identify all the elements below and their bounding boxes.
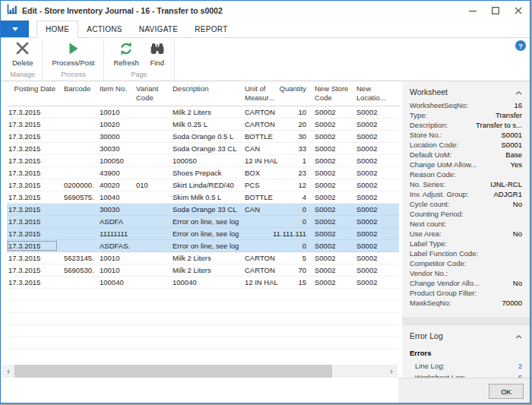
cell-quantity[interactable]: 15 xyxy=(278,277,309,288)
cell-barcode[interactable] xyxy=(58,167,93,179)
cell-posting_date[interactable]: 17.3.2015 xyxy=(7,252,58,264)
cell-quantity[interactable]: 0 xyxy=(278,216,309,227)
cell-variant_code[interactable] xyxy=(130,119,166,130)
tab-actions[interactable]: ACTIONS xyxy=(78,21,131,37)
cell-posting_date[interactable]: 17.3.2015 xyxy=(7,143,58,154)
cell-variant_code[interactable] xyxy=(130,228,166,239)
cell-uom[interactable]: CARTON xyxy=(239,264,278,276)
cell-item_no[interactable]: 10010 xyxy=(93,252,130,264)
cell-uom[interactable]: CARTON xyxy=(239,119,278,130)
cell-variant_code[interactable] xyxy=(130,277,166,288)
cell-description[interactable]: Milk 2 Liters xyxy=(166,252,239,264)
process-post-button[interactable]: Process/Post xyxy=(46,39,100,69)
cell-description[interactable]: Shoes Prepack xyxy=(166,167,239,179)
chevron-up-icon[interactable] xyxy=(515,331,522,340)
cell-description[interactable]: Soda Orange 0.5 L xyxy=(166,131,239,142)
cell-barcode[interactable] xyxy=(58,216,93,227)
cell-quantity[interactable]: 10 xyxy=(278,106,309,118)
table-row[interactable]: 17.3.201510020Milk 0.25 LCARTON20S0002S0… xyxy=(7,119,399,131)
cell-uom[interactable]: 12 IN HALF xyxy=(239,277,278,288)
cell-barcode[interactable] xyxy=(58,277,93,288)
cell-new_location[interactable]: S0002 xyxy=(350,240,392,252)
cell-barcode[interactable] xyxy=(58,155,93,166)
cell-uom[interactable]: CAN xyxy=(239,143,278,154)
tab-home[interactable]: HOME xyxy=(36,21,78,38)
cell-barcode[interactable] xyxy=(58,143,93,154)
table-row[interactable]: 17.3.20155690575...10040Skim Milk 0.5 LB… xyxy=(7,191,399,204)
table-row[interactable]: 17.3.20155690530...10010Milk 2 LitersCAR… xyxy=(7,264,399,277)
cell-quantity[interactable]: 20 xyxy=(278,119,309,130)
cell-new_location[interactable]: S0002 xyxy=(350,252,392,264)
cell-new_location[interactable]: S0002 xyxy=(350,228,392,239)
cell-new_store[interactable]: S0002 xyxy=(309,264,350,276)
cell-item_no[interactable]: 43900 xyxy=(93,167,130,179)
cell-item_no[interactable]: 30000 xyxy=(93,131,130,142)
cell-new_location[interactable]: S0002 xyxy=(350,264,392,276)
cell-item_no[interactable]: 10010 xyxy=(93,106,130,118)
cell-new_store[interactable]: S0002 xyxy=(309,277,350,288)
table-row[interactable]: 17.3.201543900Shoes PrepackBOX23S0002S00… xyxy=(7,167,399,179)
cell-description[interactable]: Skim Milk 0.5 L xyxy=(166,191,239,203)
cell-new_store[interactable]: S0002 xyxy=(309,228,350,239)
scroll-left-arrow[interactable]: ‹ xyxy=(2,365,14,378)
cell-new_location[interactable]: S0002 xyxy=(350,179,392,191)
cell-quantity[interactable]: 0 xyxy=(278,240,309,252)
cell-variant_code[interactable] xyxy=(130,131,166,142)
cell-posting_date[interactable]: 17.3.2015 xyxy=(7,191,58,203)
scroll-thumb[interactable] xyxy=(14,365,332,378)
cell-description[interactable]: Error on line, see log. xyxy=(166,240,239,252)
cell-description[interactable]: Error on line, see log. xyxy=(166,228,239,239)
cell-new_location[interactable]: S0002 xyxy=(350,277,392,288)
cell-uom[interactable]: CAN xyxy=(239,204,278,215)
minimize-button[interactable] xyxy=(461,1,484,21)
horizontal-scrollbar[interactable]: ‹ › xyxy=(2,365,397,378)
cell-new_store[interactable]: S0002 xyxy=(309,191,350,203)
table-row[interactable]: 17.3.20155623145...10010Milk 2 LitersCAR… xyxy=(7,252,399,264)
cell-description[interactable]: Soda Orange 33 CL xyxy=(166,204,239,215)
cell-uom[interactable] xyxy=(239,240,278,252)
cell-posting_date[interactable]: 17.3.2015 xyxy=(7,167,58,179)
cell-quantity[interactable]: 11.111.111 xyxy=(278,228,309,239)
cell-description[interactable]: Milk 2 Liters xyxy=(166,106,239,118)
cell-new_location[interactable]: S0002 xyxy=(350,167,392,179)
cell-quantity[interactable]: 4 xyxy=(278,191,309,203)
cell-new_store[interactable]: S0002 xyxy=(309,216,350,227)
column-header-barcode[interactable]: Barcode xyxy=(58,84,93,106)
cell-new_location[interactable]: S0002 xyxy=(350,191,392,203)
table-row[interactable]: 17.3.201530000Soda Orange 0.5 LBOTTLE30S… xyxy=(7,131,399,143)
cell-posting_date[interactable]: 17.3.2015 xyxy=(7,106,58,118)
cell-barcode[interactable]: 5690530... xyxy=(58,264,93,276)
cell-quantity[interactable]: 23 xyxy=(278,167,309,179)
cell-item_no[interactable]: 100040 xyxy=(93,277,130,288)
cell-quantity[interactable]: 70 xyxy=(278,264,309,276)
table-row[interactable]: 17.3.20150200000...40020010Skirt Linda/R… xyxy=(7,179,399,191)
cell-barcode[interactable] xyxy=(58,204,93,215)
cell-posting_date[interactable]: 17.3.2015 xyxy=(7,216,58,227)
cell-uom[interactable]: BOTTLE xyxy=(239,131,278,142)
cell-new_location[interactable]: S0002 xyxy=(350,119,392,130)
cell-new_store[interactable]: S0002 xyxy=(309,167,350,179)
cell-new_store[interactable]: S0002 xyxy=(309,179,350,191)
worksheet-factbox-header[interactable]: Worksheet xyxy=(402,81,530,100)
table-row[interactable]: 17.3.201511111111Error on line, see log.… xyxy=(7,228,399,240)
table-row[interactable]: 17.3.201530030Soda Orange 33 CLCAN33S000… xyxy=(7,143,399,155)
field-value-link[interactable]: 2 xyxy=(518,360,522,372)
cell-new_store[interactable]: S0002 xyxy=(309,106,350,118)
cell-uom[interactable]: CARTON xyxy=(239,252,278,264)
column-header-item_no[interactable]: Item No. xyxy=(93,84,130,106)
cell-variant_code[interactable] xyxy=(130,143,166,154)
cell-variant_code[interactable] xyxy=(130,155,166,166)
cell-barcode[interactable]: 5623145... xyxy=(58,252,93,264)
chevron-up-icon[interactable] xyxy=(515,87,522,97)
cell-new_store[interactable]: S0002 xyxy=(309,143,350,154)
cell-description[interactable]: Skirt Linda/RED/40 xyxy=(166,179,239,191)
cell-variant_code[interactable] xyxy=(130,167,166,179)
cell-quantity[interactable]: 1 xyxy=(278,155,309,166)
table-row[interactable]: 17.3.201530030Soda Orange 33 CLCAN0S0002… xyxy=(7,204,399,216)
cell-item_no[interactable]: 30030 xyxy=(93,143,130,154)
cell-posting_date[interactable]: 17.3.2015 xyxy=(7,240,58,252)
cell-variant_code[interactable] xyxy=(130,216,166,227)
cell-new_location[interactable]: S0002 xyxy=(350,216,392,227)
cell-new_store[interactable]: S0002 xyxy=(309,119,350,130)
cell-description[interactable]: 100050 xyxy=(166,155,239,166)
